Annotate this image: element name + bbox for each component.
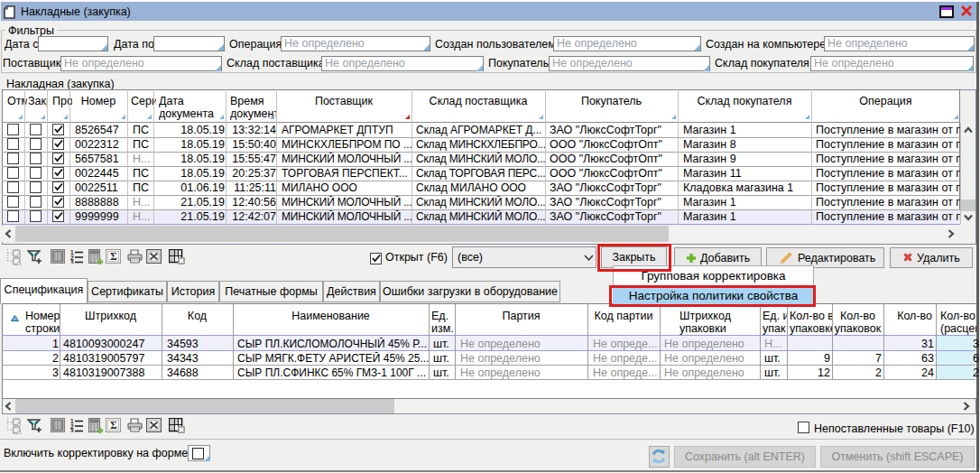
svg-text:Σ: Σ — [110, 419, 117, 431]
svg-text:3: 3 — [70, 428, 74, 433]
svg-text:3: 3 — [70, 259, 74, 264]
svg-text:Σ: Σ — [110, 250, 117, 263]
